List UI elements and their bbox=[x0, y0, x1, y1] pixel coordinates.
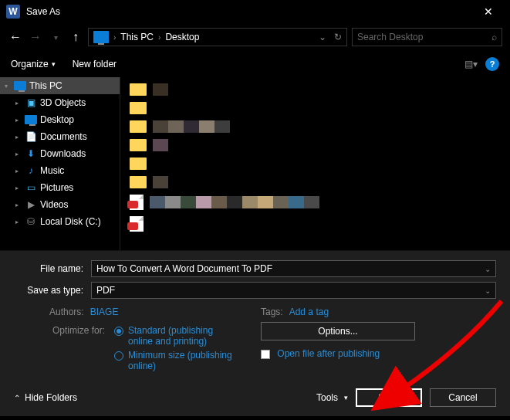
folder-icon bbox=[130, 83, 147, 96]
list-item[interactable] bbox=[130, 176, 501, 188]
list-item[interactable] bbox=[130, 158, 501, 170]
chevron-right-icon[interactable]: ▸ bbox=[15, 134, 22, 141]
up-icon[interactable]: ↑ bbox=[68, 30, 83, 44]
chevron-right-icon[interactable]: ▸ bbox=[15, 168, 22, 174]
chevron-right-icon[interactable]: ▸ bbox=[15, 218, 22, 225]
back-icon[interactable]: ← bbox=[8, 30, 23, 44]
tags-value[interactable]: Add a tag bbox=[289, 307, 329, 317]
optimize-label: Optimize for: bbox=[52, 322, 114, 374]
search-placeholder: Search Desktop bbox=[357, 32, 423, 42]
picture-icon: ▭ bbox=[25, 182, 37, 193]
tree-item-downloads[interactable]: ▸ ⬇ Downloads bbox=[0, 145, 120, 162]
chevron-right-icon[interactable]: ▸ bbox=[15, 185, 22, 191]
chevron-down-icon: ▾ bbox=[344, 394, 348, 401]
tree-item-documents[interactable]: ▸ 📄 Documents bbox=[0, 128, 120, 145]
pdf-icon bbox=[130, 195, 144, 210]
authors-value[interactable]: BIAGE bbox=[90, 307, 119, 317]
forward-icon[interactable]: → bbox=[28, 30, 43, 44]
tree-item-3d-objects[interactable]: ▸ ▣ 3D Objects bbox=[0, 94, 120, 111]
download-icon: ⬇ bbox=[25, 148, 37, 159]
list-item[interactable] bbox=[130, 139, 501, 151]
chevron-right-icon[interactable]: ▸ bbox=[15, 202, 22, 208]
breadcrumb-this-pc[interactable]: This PC bbox=[120, 32, 154, 42]
checkbox-icon bbox=[261, 350, 270, 359]
tree-item-music[interactable]: ▸ ♪ Music bbox=[0, 162, 120, 179]
tree-item-desktop[interactable]: ▸ Desktop bbox=[0, 111, 120, 128]
disk-icon: ⛁ bbox=[25, 216, 37, 227]
chevron-right-icon[interactable]: › bbox=[113, 33, 116, 42]
chevron-right-icon[interactable]: ▸ bbox=[15, 117, 22, 124]
folder-icon bbox=[130, 176, 147, 188]
pc-icon bbox=[93, 31, 109, 43]
file-name-label: File name: bbox=[14, 263, 91, 274]
file-name-input[interactable]: How To Convert A Word Document To PDF ⌄ bbox=[91, 260, 496, 277]
search-input[interactable]: Search Desktop ⌕ bbox=[352, 28, 502, 46]
chevron-down-icon[interactable]: ⌄ bbox=[485, 265, 491, 273]
folder-icon bbox=[130, 139, 147, 151]
chevron-right-icon[interactable]: › bbox=[158, 33, 160, 42]
list-item[interactable] bbox=[130, 120, 501, 133]
history-dropdown-icon[interactable]: ▾ bbox=[48, 33, 63, 42]
video-icon: ▶ bbox=[25, 199, 37, 210]
list-item[interactable] bbox=[130, 83, 501, 96]
tree-item-pictures[interactable]: ▸ ▭ Pictures bbox=[0, 179, 120, 196]
document-icon: 📄 bbox=[25, 131, 37, 142]
save-type-select[interactable]: PDF ⌄ bbox=[91, 282, 496, 299]
chevron-down-icon[interactable]: ⌄ bbox=[485, 286, 491, 295]
help-icon[interactable]: ? bbox=[485, 57, 499, 71]
save-button[interactable]: Save bbox=[356, 388, 422, 407]
window-title: Save As bbox=[26, 6, 473, 17]
tree-item-local-disk[interactable]: ▸ ⛁ Local Disk (C:) bbox=[0, 213, 120, 230]
cube-icon: ▣ bbox=[25, 97, 37, 108]
radio-minimum[interactable]: Minimum size (publishing online) bbox=[114, 350, 236, 371]
navigation-tree[interactable]: ▾ This PC ▸ ▣ 3D Objects ▸ Desktop ▸ 📄 D… bbox=[0, 77, 120, 250]
folder-icon bbox=[130, 120, 147, 133]
music-icon: ♪ bbox=[25, 165, 37, 176]
list-item[interactable] bbox=[130, 216, 501, 232]
list-item[interactable] bbox=[130, 195, 501, 210]
hide-folders-button[interactable]: ⌃ Hide Folders bbox=[14, 392, 77, 403]
tree-item-videos[interactable]: ▸ ▶ Videos bbox=[0, 196, 120, 213]
close-icon[interactable]: ✕ bbox=[473, 5, 504, 18]
view-mode-icon[interactable]: ▤▾ bbox=[464, 59, 478, 69]
tools-dropdown[interactable]: Tools ▾ bbox=[316, 392, 348, 403]
radio-icon bbox=[114, 327, 123, 336]
address-bar[interactable]: › This PC › Desktop ⌄ ↻ bbox=[88, 28, 347, 46]
pc-icon bbox=[14, 81, 26, 90]
radio-icon bbox=[114, 351, 123, 361]
options-button[interactable]: Options... bbox=[261, 322, 415, 340]
address-dropdown-icon[interactable]: ⌄ bbox=[319, 32, 326, 42]
breadcrumb-desktop[interactable]: Desktop bbox=[165, 32, 199, 42]
organize-button[interactable]: Organize▾ bbox=[11, 59, 56, 69]
search-icon: ⌕ bbox=[491, 32, 497, 42]
chevron-down-icon[interactable]: ▾ bbox=[5, 83, 11, 90]
radio-standard[interactable]: Standard (publishing online and printing… bbox=[114, 325, 236, 347]
desktop-icon bbox=[25, 115, 37, 124]
file-list[interactable] bbox=[120, 77, 510, 250]
new-folder-button[interactable]: New folder bbox=[73, 59, 117, 69]
list-item[interactable] bbox=[130, 102, 501, 114]
refresh-icon[interactable]: ↻ bbox=[334, 32, 342, 42]
chevron-down-icon: ⌃ bbox=[14, 394, 20, 402]
save-type-label: Save as type: bbox=[14, 285, 91, 296]
word-app-icon: W bbox=[6, 5, 20, 19]
tags-label: Tags: bbox=[261, 307, 283, 317]
cancel-button[interactable]: Cancel bbox=[430, 388, 496, 407]
folder-icon bbox=[130, 102, 147, 114]
folder-icon bbox=[130, 158, 147, 170]
chevron-right-icon[interactable]: ▸ bbox=[15, 100, 22, 107]
chevron-right-icon[interactable]: ▸ bbox=[15, 151, 22, 158]
tree-item-this-pc[interactable]: ▾ This PC bbox=[0, 77, 120, 94]
authors-label: Authors: bbox=[49, 307, 84, 317]
pdf-icon bbox=[130, 216, 144, 232]
open-after-checkbox[interactable]: Open file after publishing bbox=[261, 348, 496, 359]
